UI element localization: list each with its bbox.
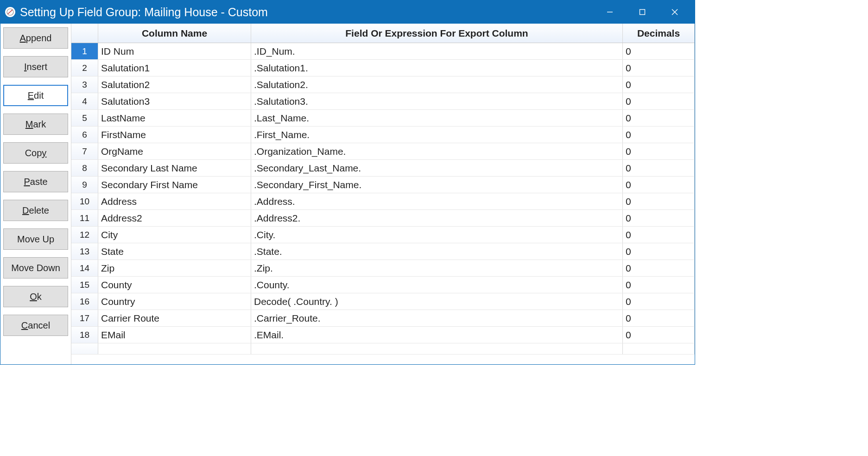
table-row[interactable]: 11Address2.Address2.0: [71, 210, 695, 227]
cell-column-name[interactable]: Salutation3: [98, 93, 251, 109]
cell-rownum[interactable]: 2: [71, 60, 98, 76]
cell-rownum[interactable]: 8: [71, 160, 98, 176]
cell-decimals[interactable]: 0: [623, 277, 695, 293]
column-header-expr[interactable]: Field Or Expression For Export Column: [251, 24, 623, 43]
table-row[interactable]: 7OrgName.Organization_Name.0: [71, 143, 695, 160]
cell-decimals[interactable]: 0: [623, 143, 695, 159]
cell-expression[interactable]: .County.: [251, 277, 623, 293]
cell-decimals[interactable]: 0: [623, 177, 695, 193]
cell-rownum[interactable]: 15: [71, 277, 98, 293]
table-row[interactable]: 8Secondary Last Name.Secondary_Last_Name…: [71, 160, 695, 177]
table-row[interactable]: 2Salutation1.Salutation1.0: [71, 60, 695, 76]
delete-button[interactable]: Delete: [3, 200, 68, 221]
move-down-button[interactable]: Move Down: [3, 257, 68, 279]
cell-expression[interactable]: .Carrier_Route.: [251, 310, 623, 326]
paste-button[interactable]: Paste: [3, 171, 68, 192]
close-button[interactable]: [659, 0, 691, 24]
table-row[interactable]: 6FirstName.First_Name.0: [71, 127, 695, 143]
cell-expression[interactable]: .Salutation3.: [251, 93, 623, 109]
grid-horizontal-scroll[interactable]: [71, 354, 695, 364]
cell-expression[interactable]: .ID_Num.: [251, 43, 623, 59]
cell-rownum[interactable]: 12: [71, 227, 98, 243]
cell-rownum[interactable]: 14: [71, 260, 98, 276]
cell-decimals[interactable]: 0: [623, 327, 695, 343]
cell-expression[interactable]: .Last_Name.: [251, 110, 623, 126]
cell-decimals[interactable]: 0: [623, 193, 695, 209]
cell-rownum[interactable]: 10: [71, 193, 98, 209]
copy-button[interactable]: Copy: [3, 142, 68, 164]
table-row[interactable]: 15County.County.0: [71, 277, 695, 293]
table-row[interactable]: 14Zip.Zip.0: [71, 260, 695, 277]
cell-rownum[interactable]: 6: [71, 127, 98, 143]
column-header-rownum[interactable]: [71, 24, 98, 43]
edit-button[interactable]: Edit: [3, 85, 68, 106]
cell-rownum[interactable]: 11: [71, 210, 98, 226]
cell-decimals[interactable]: 0: [623, 293, 695, 310]
cell-decimals[interactable]: 0: [623, 60, 695, 76]
cell-decimals[interactable]: 0: [623, 210, 695, 226]
cell-column-name[interactable]: State: [98, 243, 251, 260]
cell-decimals[interactable]: 0: [623, 243, 695, 260]
cell-rownum[interactable]: 13: [71, 243, 98, 260]
cell-expression[interactable]: .City.: [251, 227, 623, 243]
cell-decimals[interactable]: 0: [623, 310, 695, 326]
cell-column-name[interactable]: LastName: [98, 110, 251, 126]
cell-rownum[interactable]: 9: [71, 177, 98, 193]
append-button[interactable]: Append: [3, 27, 68, 49]
table-row[interactable]: 3Salutation2.Salutation2.0: [71, 76, 695, 93]
table-row[interactable]: 10Address.Address.0: [71, 193, 695, 210]
cell-decimals[interactable]: 0: [623, 43, 695, 59]
table-row[interactable]: 5LastName.Last_Name.0: [71, 110, 695, 127]
cell-expression[interactable]: Decode( .Country. ): [251, 293, 623, 310]
cell-expression[interactable]: .Address.: [251, 193, 623, 209]
cell-column-name[interactable]: OrgName: [98, 143, 251, 159]
cell-column-name[interactable]: Address: [98, 193, 251, 209]
cell-rownum[interactable]: 18: [71, 327, 98, 343]
cell-empty[interactable]: [71, 343, 98, 354]
table-row[interactable]: 4Salutation3.Salutation3.0: [71, 93, 695, 110]
cell-expression[interactable]: .First_Name.: [251, 127, 623, 143]
cell-column-name[interactable]: Secondary Last Name: [98, 160, 251, 176]
cell-column-name[interactable]: Country: [98, 293, 251, 310]
cell-column-name[interactable]: County: [98, 277, 251, 293]
cell-empty[interactable]: [251, 343, 623, 354]
cell-column-name[interactable]: EMail: [98, 327, 251, 343]
cell-expression[interactable]: .Salutation2.: [251, 76, 623, 93]
table-row[interactable]: 16CountryDecode( .Country. )0: [71, 293, 695, 310]
cell-decimals[interactable]: 0: [623, 76, 695, 93]
cell-decimals[interactable]: 0: [623, 160, 695, 176]
cell-expression[interactable]: .Zip.: [251, 260, 623, 276]
cell-decimals[interactable]: 0: [623, 260, 695, 276]
cell-rownum[interactable]: 5: [71, 110, 98, 126]
table-row[interactable]: 1ID Num.ID_Num.0: [71, 43, 695, 60]
cell-expression[interactable]: .Secondary_First_Name.: [251, 177, 623, 193]
cell-column-name[interactable]: Salutation1: [98, 60, 251, 76]
cell-expression[interactable]: .State.: [251, 243, 623, 260]
cell-expression[interactable]: .Organization_Name.: [251, 143, 623, 159]
cell-expression[interactable]: .Address2.: [251, 210, 623, 226]
cell-column-name[interactable]: City: [98, 227, 251, 243]
cell-decimals[interactable]: 0: [623, 110, 695, 126]
maximize-button[interactable]: [626, 0, 659, 24]
column-header-decimals[interactable]: Decimals: [623, 24, 695, 43]
column-header-name[interactable]: Column Name: [98, 24, 251, 43]
cell-column-name[interactable]: Salutation2: [98, 76, 251, 93]
cell-empty[interactable]: [623, 343, 695, 354]
ok-button[interactable]: Ok: [3, 286, 68, 307]
grid-vertical-scroll[interactable]: Column Name Field Or Expression For Expo…: [71, 24, 695, 354]
table-row-empty[interactable]: [71, 343, 695, 354]
insert-button[interactable]: Insert: [3, 56, 68, 77]
cell-column-name[interactable]: Zip: [98, 260, 251, 276]
table-row[interactable]: 13State.State.0: [71, 243, 695, 260]
table-row[interactable]: 12City.City.0: [71, 227, 695, 243]
cell-column-name[interactable]: Carrier Route: [98, 310, 251, 326]
cell-rownum[interactable]: 7: [71, 143, 98, 159]
cell-expression[interactable]: .EMail.: [251, 327, 623, 343]
minimize-button[interactable]: [594, 0, 626, 24]
cell-rownum[interactable]: 3: [71, 76, 98, 93]
cell-expression[interactable]: .Secondary_Last_Name.: [251, 160, 623, 176]
cancel-button[interactable]: Cancel: [3, 315, 68, 336]
cell-rownum[interactable]: 17: [71, 310, 98, 326]
move-up-button[interactable]: Move Up: [3, 228, 68, 250]
table-row[interactable]: 9Secondary First Name.Secondary_First_Na…: [71, 177, 695, 193]
